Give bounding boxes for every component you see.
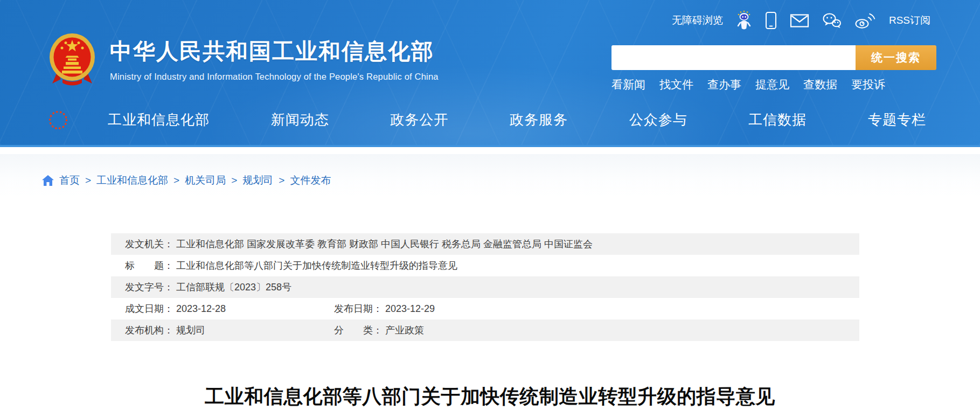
document-meta-table: 发文机关：工业和信息化部 国家发展改革委 教育部 财政部 中国人民银行 税务总局…	[111, 233, 859, 341]
quick-link-complaints[interactable]: 要投诉	[851, 77, 885, 92]
accessibility-link[interactable]: 无障碍浏览	[672, 13, 723, 27]
nav-item-gov-services[interactable]: 政务服务	[510, 110, 568, 129]
site-header: 无障碍浏览	[0, 0, 980, 147]
nav-item-gov-disclosure[interactable]: 政务公开	[390, 110, 448, 129]
quick-link-data[interactable]: 查数据	[803, 77, 837, 92]
meta-value: 2023-12-29	[385, 303, 435, 314]
breadcrumb-separator: >	[231, 175, 237, 186]
site-subtitle-en: Ministry of Industry and Information Tec…	[110, 72, 439, 82]
wechat-icon[interactable]	[822, 12, 842, 29]
svg-text:e: e	[53, 111, 64, 129]
quick-link-feedback[interactable]: 提意见	[755, 77, 789, 92]
search-area: 统一搜索 看新闻 找文件 查办事 提意见 查数据 要投诉	[611, 45, 936, 92]
breadcrumb-planning-dept[interactable]: 规划司	[242, 173, 273, 187]
breadcrumb-home[interactable]: 首页	[59, 173, 80, 187]
quick-link-services[interactable]: 查办事	[707, 77, 741, 92]
nav-item-public-participation[interactable]: 公众参与	[629, 110, 687, 129]
breadcrumb-separator: >	[85, 175, 91, 186]
breadcrumb-separator: >	[279, 175, 284, 186]
article-title: 工业和信息化部等八部门关于加快传统制造业转型升级的指导意见	[0, 384, 980, 410]
breadcrumb-miit[interactable]: 工业和信息化部	[96, 173, 168, 187]
breadcrumb-document-release[interactable]: 文件发布	[290, 173, 331, 187]
national-emblem-icon	[47, 31, 97, 91]
quick-link-documents[interactable]: 找文件	[659, 77, 693, 92]
weibo-icon[interactable]	[854, 12, 876, 29]
mobile-icon[interactable]	[765, 11, 777, 30]
nav-item-miit-data[interactable]: 工信数据	[748, 110, 807, 129]
rss-link[interactable]: RSS订阅	[889, 13, 930, 27]
meta-value: 工业和信息化部等八部门关于加快传统制造业转型升级的指导意见	[176, 260, 457, 271]
breadcrumb-separator: >	[173, 175, 179, 186]
meta-label: 发文字号：	[125, 282, 173, 293]
meta-value: 2023-12-28	[176, 303, 226, 314]
home-icon[interactable]	[42, 175, 54, 186]
nav-item-news[interactable]: 新闻动态	[271, 110, 329, 129]
miit-webpage: 无障碍浏览	[0, 0, 980, 417]
quick-links: 看新闻 找文件 查办事 提意见 查数据 要投诉	[611, 77, 936, 92]
site-title[interactable]: 中华人民共和国工业和信息化部	[110, 37, 439, 66]
meta-value: 工业和信息化部 国家发展改革委 教育部 财政部 中国人民银行 税务总局 金融监管…	[176, 239, 593, 249]
meta-value: 规划司	[176, 325, 205, 336]
search-input[interactable]	[611, 45, 856, 70]
miit-e-logo-icon[interactable]: e	[47, 108, 69, 131]
mascot-icon[interactable]	[736, 10, 752, 31]
utility-bar: 无障碍浏览	[672, 10, 930, 31]
meta-row-document-number: 发文字号：工信部联规〔2023〕258号	[111, 276, 859, 298]
nav-items: 工业和信息化部 新闻动态 政务公开 政务服务 公众参与 工信数据 专题专栏	[108, 110, 930, 129]
unified-search-button[interactable]: 统一搜索	[856, 45, 936, 70]
meta-label: 发布日期：	[334, 303, 383, 314]
site-logo[interactable]: 中华人民共和国工业和信息化部 Ministry of Industry and …	[47, 31, 439, 91]
meta-value: 产业政策	[385, 325, 424, 336]
meta-label: 成文日期：	[125, 303, 173, 314]
meta-value: 工信部联规〔2023〕258号	[176, 282, 291, 293]
meta-row-issuing-authority: 发文机关：工业和信息化部 国家发展改革委 教育部 财政部 中国人民银行 税务总局…	[111, 233, 859, 255]
meta-row-title: 标 题：工业和信息化部等八部门关于加快传统制造业转型升级的指导意见	[111, 255, 859, 276]
quick-link-news[interactable]: 看新闻	[611, 77, 645, 92]
meta-row-dates: 成文日期：2023-12-28发布日期：2023-12-29	[111, 298, 859, 319]
breadcrumb-departments[interactable]: 机关司局	[185, 173, 226, 187]
main-nav: e 工业和信息化部 新闻动态 政务公开 政务服务 公众参与 工信数据 专题专栏	[47, 106, 930, 134]
nav-item-special-topics[interactable]: 专题专栏	[868, 110, 926, 129]
meta-label: 发布机构：	[125, 325, 173, 336]
meta-row-publisher-category: 发布机构：规划司分 类：产业政策	[111, 319, 859, 341]
mail-icon[interactable]	[790, 13, 809, 28]
nav-item-miit[interactable]: 工业和信息化部	[108, 110, 210, 129]
meta-label: 分 类：	[334, 325, 383, 336]
meta-label: 标 题：	[125, 260, 173, 271]
meta-label: 发文机关：	[125, 239, 173, 249]
breadcrumb: 首页 > 工业和信息化部 > 机关司局 > 规划司 > 文件发布	[42, 173, 331, 187]
